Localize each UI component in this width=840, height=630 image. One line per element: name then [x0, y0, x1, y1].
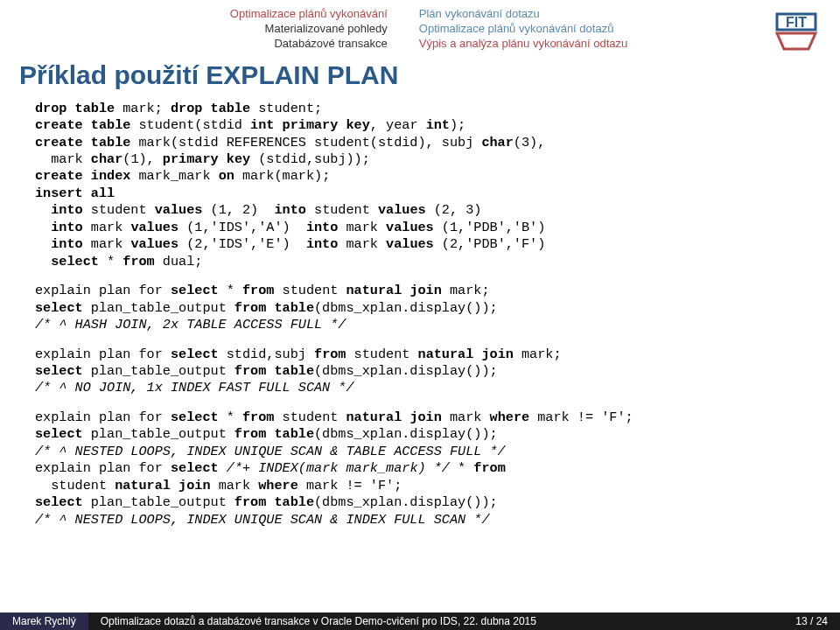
- footer-page: 13 / 24: [795, 615, 840, 627]
- footer-author: Marek Rychlý: [0, 612, 88, 630]
- footer-bar: Marek Rychlý Optimalizace dotazů a datab…: [0, 612, 840, 630]
- nav-left-2[interactable]: Databázové transakce: [16, 37, 388, 52]
- nav-right-1[interactable]: Optimalizace plánů vykonávání dotazů: [419, 22, 824, 37]
- nav-left-1[interactable]: Materializované pohledy: [16, 22, 388, 37]
- fit-logo: FIT: [772, 10, 821, 52]
- nav-header: Optimalizace plánů vykonávání Materializ…: [0, 0, 840, 52]
- svg-text:FIT: FIT: [786, 15, 807, 30]
- code-block-2: explain plan for select * from student n…: [0, 270, 840, 333]
- code-block-4: explain plan for select * from student n…: [0, 397, 840, 528]
- nav-right-2[interactable]: Výpis a analýza plánu vykonávání odtazu: [419, 37, 824, 52]
- nav-left-column: Optimalizace plánů vykonávání Materializ…: [0, 7, 403, 52]
- nav-right-0[interactable]: Plán vykonávání dotazu: [419, 7, 824, 22]
- code-block-1: drop table mark; drop table student; cre…: [0, 97, 840, 271]
- nav-left-0[interactable]: Optimalizace plánů vykonávání: [16, 7, 388, 22]
- slide-title: Příklad použití EXPLAIN PLAN: [0, 52, 840, 97]
- code-block-3: explain plan for select stdid,subj from …: [0, 334, 840, 397]
- footer-title: Optimalizace dotazů a databázové transak…: [88, 615, 796, 627]
